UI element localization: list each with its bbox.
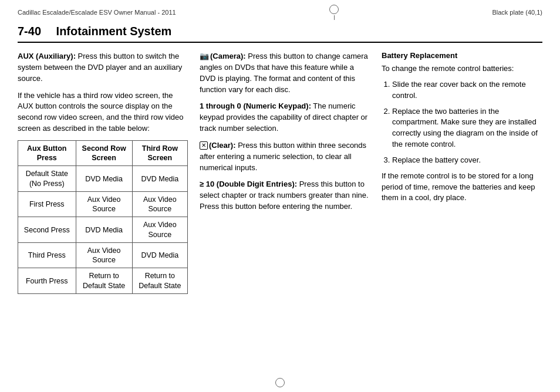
table-header-second: Second Row Screen [76, 140, 132, 166]
table-cell: Fourth Press [18, 268, 76, 294]
double-digit-para: ≥ 10 (Double Digit Entries): Press this … [200, 179, 370, 212]
header-center-decoration [329, 5, 339, 20]
right-column: Battery Replacement To change the remote… [382, 51, 542, 294]
table-cell: DVD Media [132, 166, 187, 192]
table-cell: DVD Media [132, 242, 187, 268]
battery-note: If the remote control is to be stored fo… [382, 171, 542, 204]
footer-circle [275, 378, 285, 387]
battery-step-1: Slide the rear cover back on the remote … [392, 79, 542, 102]
page-footer [0, 373, 560, 392]
clear-bold: (Clear): [209, 141, 236, 150]
page-header: Cadillac Escalade/Escalade ESV Owner Man… [0, 0, 560, 25]
camera-para: 📷(Camera): Press this button to change c… [200, 51, 370, 95]
battery-steps: Slide the rear cover back on the remote … [382, 79, 542, 166]
table-row: Fourth PressReturn to Default StateRetur… [18, 268, 188, 294]
header-circle [329, 5, 339, 14]
battery-step-3: Replace the battery cover. [392, 155, 542, 166]
section-title: 7-40 Infotainment System [18, 25, 542, 43]
battery-title: Battery Replacement [382, 51, 542, 60]
table-cell: Return to Default State [76, 268, 132, 294]
mid-column: 📷(Camera): Press this button to change c… [200, 51, 370, 294]
table-cell: Default State (No Press) [18, 166, 76, 192]
table-cell: Third Press [18, 242, 76, 268]
table-cell: Return to Default State [132, 268, 187, 294]
aux-para-2: If the vehicle has a third row video scr… [18, 90, 188, 134]
table-row: Default State (No Press)DVD MediaDVD Med… [18, 166, 188, 192]
table-header-row: Aux Button Press Second Row Screen Third… [18, 140, 188, 166]
aux-bold: AUX (Auxiliary): [18, 52, 76, 60]
table-cell: Aux Video Source [132, 217, 187, 243]
header-right: Black plate (40,1) [492, 9, 542, 16]
content-columns: AUX (Auxiliary): Press this button to sw… [18, 51, 542, 294]
clear-para: ✕(Clear): Press this button within three… [200, 140, 370, 174]
table-cell: Aux Video Source [76, 191, 132, 217]
header-line [334, 15, 335, 20]
section-heading: Infotainment System [56, 25, 172, 38]
table-cell: Aux Video Source [76, 242, 132, 268]
aux-para-1: AUX (Auxiliary): Press this button to sw… [18, 51, 188, 85]
camera-bold: (Camera): [210, 52, 246, 60]
table-cell: First Press [18, 191, 76, 217]
header-left: Cadillac Escalade/Escalade ESV Owner Man… [18, 9, 176, 16]
table-row: Third PressAux Video SourceDVD Media [18, 242, 188, 268]
table-header-third: Third Row Screen [132, 140, 187, 166]
table-row: First PressAux Video SourceAux Video Sou… [18, 191, 188, 217]
table-row: Second PressDVD MediaAux Video Source [18, 217, 188, 243]
clear-icon: ✕ [200, 141, 208, 150]
camera-icon: 📷 [200, 51, 209, 62]
page-number: 7-40 [18, 25, 41, 38]
page-content: 7-40 Infotainment System AUX (Auxiliary)… [0, 25, 560, 300]
double-digit-bold: ≥ 10 (Double Digit Entries): [200, 180, 297, 188]
table-header-aux: Aux Button Press [18, 140, 76, 166]
numeric-bold: 1 through 0 (Numeric Keypad): [200, 102, 311, 110]
numeric-para: 1 through 0 (Numeric Keypad): The numeri… [200, 101, 370, 134]
table-cell: Second Press [18, 217, 76, 243]
battery-intro: To change the remote control batteries: [382, 63, 542, 75]
table-cell: DVD Media [76, 217, 132, 243]
table-cell: Aux Video Source [132, 191, 187, 217]
left-column: AUX (Auxiliary): Press this button to sw… [18, 51, 188, 294]
table-cell: DVD Media [76, 166, 132, 192]
aux-table: Aux Button Press Second Row Screen Third… [18, 140, 188, 294]
battery-step-2: Replace the two batteries in the compart… [392, 106, 542, 150]
